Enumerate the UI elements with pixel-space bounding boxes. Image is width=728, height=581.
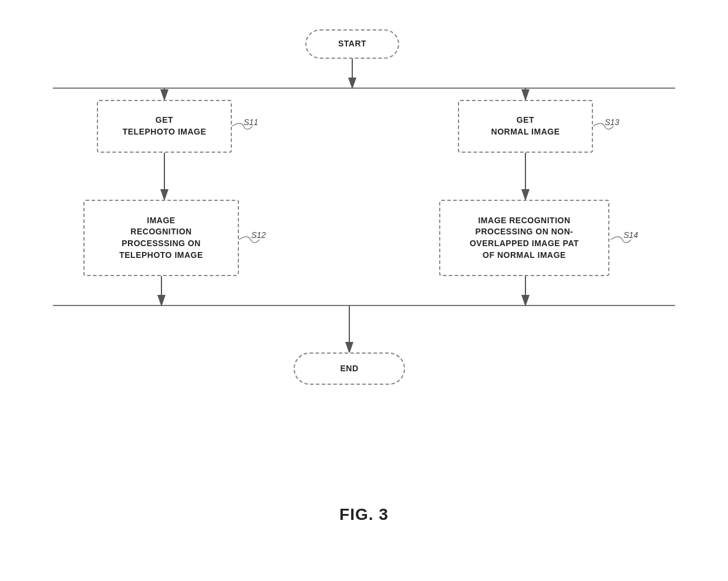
s11-node: GETTELEPHOTO IMAGE xyxy=(97,100,232,153)
start-label: START xyxy=(338,38,366,50)
s12-label: IMAGERECOGNITIONPROCESSSING ONTELEPHOTO … xyxy=(119,215,203,261)
start-node: START xyxy=(305,29,399,59)
s14-node: IMAGE RECOGNITIONPROCESSING ON NON-OVERL… xyxy=(439,200,609,276)
s13-label: GETNORMAL IMAGE xyxy=(491,115,560,137)
s14-label: IMAGE RECOGNITIONPROCESSING ON NON-OVERL… xyxy=(470,215,579,261)
s12-step-label: S12 xyxy=(251,230,266,240)
s14-step-label: S14 xyxy=(623,230,638,240)
flowchart: START GETTELEPHOTO IMAGE S11 GETNORMAL I… xyxy=(41,18,687,499)
s11-label: GETTELEPHOTO IMAGE xyxy=(123,115,207,137)
end-label: END xyxy=(340,363,358,375)
s13-step-label: S13 xyxy=(605,117,619,127)
s11-step-label: S11 xyxy=(244,117,258,127)
s13-node: GETNORMAL IMAGE xyxy=(458,100,593,153)
figure-caption: FIG. 3 xyxy=(339,505,389,524)
end-node: END xyxy=(294,352,405,385)
diagram-container: START GETTELEPHOTO IMAGE S11 GETNORMAL I… xyxy=(0,0,728,581)
s12-node: IMAGERECOGNITIONPROCESSSING ONTELEPHOTO … xyxy=(83,200,239,276)
